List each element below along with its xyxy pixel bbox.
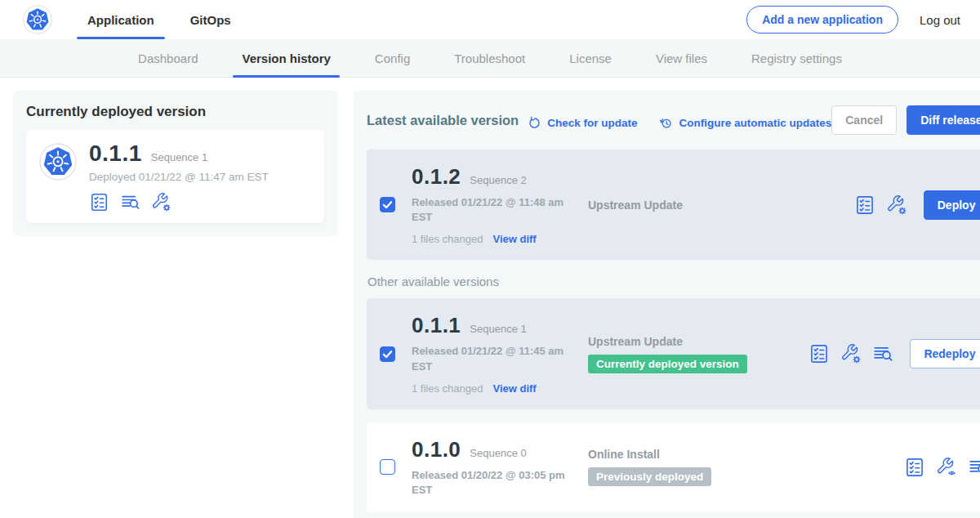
released-timestamp: Released 01/21/22 @ 11:48 am EST [412,195,573,225]
nav-tab-gitops[interactable]: GitOps [180,0,242,39]
preflight-checks-icon[interactable] [854,194,875,216]
version-source: Upstream Update Currently deployed versi… [588,335,808,373]
view-diff-link[interactable]: View diff [492,233,536,245]
view-config-icon[interactable] [936,457,957,478]
view-files-icon[interactable] [968,457,980,478]
refresh-icon [527,115,542,131]
version-source: Online Install Previously deployed [588,448,904,486]
source-label: Online Install [588,448,896,461]
currently-deployed-title: Currently deployed version [26,104,324,120]
status-badge: Currently deployed version [588,355,747,373]
sequence-label: Sequence 1 [470,323,526,335]
version-info: 0.1.0 Sequence 0 Released 01/20/22 @ 03:… [412,437,588,498]
deploy-button[interactable]: Deploy [924,190,980,220]
released-timestamp: Released 01/21/22 @ 11:45 am EST [412,344,573,373]
sequence-label: Sequence 2 [470,174,526,186]
released-timestamp: Released 01/20/22 @ 03:05 pm EST [412,468,573,498]
nav-tab-application[interactable]: Application [77,0,165,39]
top-nav: Application GitOps Add a new application… [0,0,980,39]
subnav-dashboard[interactable]: Dashboard [116,39,220,77]
files-changed-label: 1 files changed [412,382,483,395]
currently-deployed-panel: Currently deployed version 0.1.1 Sequenc… [13,91,337,236]
latest-version-list: 0.1.2 Sequence 2 Released 01/21/22 @ 11:… [367,150,980,260]
other-available-versions-label: Other available versions [368,275,980,288]
other-versions-list: 0.1.1 Sequence 1 Released 01/21/22 @ 11:… [367,298,980,512]
subnav-version-history[interactable]: Version history [220,39,352,77]
configure-automatic-updates-link[interactable]: Configure automatic updates [658,115,831,131]
version-source: Upstream Update [588,199,854,212]
version-actions: Redeploy [808,339,980,368]
edit-config-icon[interactable] [840,343,862,364]
view-files-icon[interactable] [120,192,140,212]
version-checkbox[interactable] [380,459,395,475]
subnav-troubleshoot[interactable]: Troubleshoot [432,39,547,77]
diff-releases-button[interactable]: Diff releases [906,105,980,135]
app-subnav: Dashboard Version history Config Trouble… [0,39,980,78]
preflight-checks-icon[interactable] [808,343,830,364]
version-actions: Deploy [854,190,980,220]
source-label: Upstream Update [588,335,800,348]
latest-available-title: Latest available version [367,113,519,128]
app-kubernetes-icon [39,143,77,181]
subnav-registry-settings[interactable]: Registry settings [729,39,864,77]
version-checkbox[interactable] [380,197,395,212]
check-for-update-label: Check for update [547,117,637,129]
edit-config-icon[interactable] [151,192,172,212]
version-number: 0.1.2 [412,164,461,190]
deployed-version-actions [89,192,269,212]
deployed-sequence-label: Sequence 1 [151,151,207,163]
version-number: 0.1.1 [412,313,461,338]
main-content: Currently deployed version 0.1.1 Sequenc… [0,78,980,518]
view-files-icon[interactable] [872,343,893,364]
deploy-button[interactable]: Redeploy [910,339,980,368]
preflight-checks-icon[interactable] [89,192,109,212]
version-actions [904,457,980,478]
view-diff-link[interactable]: View diff [492,382,536,395]
subnav-view-files[interactable]: View files [634,39,729,77]
cancel-button[interactable]: Cancel [831,105,897,135]
configure-automatic-updates-label: Configure automatic updates [679,117,831,129]
version-checkbox[interactable] [380,346,395,362]
kubernetes-logo-icon [23,5,52,34]
sequence-label: Sequence 0 [470,447,526,459]
auto-update-clock-icon [658,115,674,131]
source-label: Upstream Update [588,199,846,212]
subnav-config[interactable]: Config [353,39,432,77]
check-for-update-link[interactable]: Check for update [527,115,637,131]
currently-deployed-card: 0.1.1 Sequence 1 Deployed 01/21/22 @ 11:… [26,130,324,223]
version-row: 0.1.1 Sequence 1 Released 01/21/22 @ 11:… [367,298,980,409]
preflight-checks-icon[interactable] [904,457,925,478]
log-out-link[interactable]: Log out [920,13,960,27]
version-row: 0.1.0 Sequence 0 Released 01/20/22 @ 03:… [367,422,980,512]
add-new-application-button[interactable]: Add a new application [746,6,898,33]
status-badge: Previously deployed [588,467,711,486]
latest-version-header: Latest available version Check for updat… [367,105,980,135]
deployed-version-number: 0.1.1 [89,141,142,167]
subnav-license[interactable]: License [547,39,634,77]
version-info: 0.1.1 Sequence 1 Released 01/21/22 @ 11:… [412,313,588,394]
version-row: 0.1.2 Sequence 2 Released 01/21/22 @ 11:… [367,150,980,260]
deployed-timestamp: Deployed 01/21/22 @ 11:47 am EST [89,171,269,183]
version-info: 0.1.2 Sequence 2 Released 01/21/22 @ 11:… [412,164,588,245]
edit-config-icon[interactable] [886,194,907,216]
version-history-panel: Latest available version Check for updat… [354,91,980,518]
version-number: 0.1.0 [412,437,461,462]
files-changed-label: 1 files changed [412,233,483,245]
